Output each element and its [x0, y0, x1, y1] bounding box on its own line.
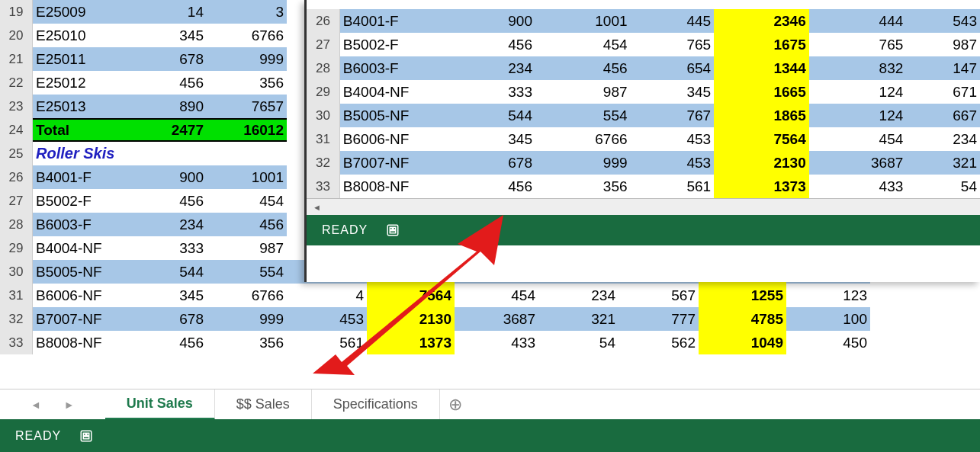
cell[interactable]: 765: [809, 33, 907, 56]
cell[interactable]: 234: [538, 284, 619, 307]
cell[interactable]: 333: [136, 236, 207, 260]
cell[interactable]: 765: [631, 33, 715, 56]
cell[interactable]: E25011: [33, 47, 136, 71]
row-header[interactable]: 30: [0, 260, 33, 284]
cell[interactable]: 667: [906, 104, 980, 127]
cell[interactable]: B5002-F: [33, 189, 136, 213]
cell[interactable]: E25010: [33, 24, 136, 47]
cell[interactable]: B4001-F: [340, 9, 452, 33]
cell[interactable]: 14: [136, 0, 207, 24]
cell-highlight[interactable]: 1344: [714, 56, 809, 80]
cell[interactable]: 6766: [535, 127, 631, 151]
cell[interactable]: 445: [631, 9, 715, 33]
cell[interactable]: B5002-F: [340, 33, 452, 56]
cell[interactable]: 562: [619, 331, 699, 354]
cell[interactable]: B4004-NF: [340, 80, 452, 104]
cell[interactable]: 433: [809, 175, 907, 198]
cell[interactable]: 124: [809, 80, 907, 104]
cell[interactable]: E25009: [33, 0, 136, 24]
row-header[interactable]: 20: [0, 24, 33, 47]
total-cell[interactable]: 2477: [136, 118, 207, 142]
cell[interactable]: B6006-NF: [340, 127, 452, 151]
cell-highlight[interactable]: 1373: [367, 331, 455, 354]
cell[interactable]: 4: [287, 284, 367, 307]
cell[interactable]: 456: [136, 71, 207, 95]
row-header[interactable]: 27: [307, 33, 340, 56]
table-row[interactable]: 32 B7007-NF 678 999 453 2130 3687 321 77…: [0, 307, 980, 331]
cell-highlight[interactable]: 4785: [699, 307, 786, 331]
macro-recording-icon[interactable]: [79, 429, 93, 443]
cell[interactable]: 671: [906, 80, 980, 104]
row-header[interactable]: 31: [0, 284, 33, 307]
cell[interactable]: B6006-NF: [33, 284, 136, 307]
cell[interactable]: 987: [906, 33, 980, 56]
sheet-nav-left-icon[interactable]: ◄: [31, 399, 41, 411]
cell[interactable]: E25013: [33, 95, 136, 118]
row-header[interactable]: 33: [0, 331, 33, 354]
cell[interactable]: 654: [631, 56, 715, 80]
cell[interactable]: 456: [136, 189, 207, 213]
table-row[interactable]: 31 B6006-NF 345 6766 4 7564 454 234 567 …: [0, 284, 980, 307]
macro-recording-icon[interactable]: [386, 223, 400, 237]
cell[interactable]: 321: [906, 151, 980, 175]
cell[interactable]: 7657: [207, 95, 287, 118]
section-title[interactable]: Roller Skis: [33, 142, 287, 165]
row-header[interactable]: 24: [0, 118, 33, 142]
cell-highlight[interactable]: 1665: [714, 80, 809, 104]
cell[interactable]: 561: [287, 331, 367, 354]
cell[interactable]: 832: [809, 56, 907, 80]
sheet-tab-specifications[interactable]: Specifications: [312, 389, 440, 420]
table-row[interactable]: 26B4001-F90010014452346444543: [307, 9, 980, 33]
cell-highlight[interactable]: 1049: [699, 331, 786, 354]
cell[interactable]: 444: [809, 9, 907, 33]
cell[interactable]: 544: [136, 260, 207, 284]
sheet-tab-unit-sales[interactable]: Unit Sales: [105, 389, 215, 420]
row-header[interactable]: 32: [0, 307, 33, 331]
cell[interactable]: B6003-F: [33, 213, 136, 236]
cell[interactable]: 345: [136, 284, 207, 307]
total-cell[interactable]: 16012: [207, 118, 287, 142]
cell[interactable]: 567: [619, 284, 699, 307]
row-header[interactable]: 29: [0, 236, 33, 260]
horizontal-scrollbar[interactable]: ◄: [307, 198, 980, 215]
cell[interactable]: 6766: [207, 24, 287, 47]
cell[interactable]: 234: [906, 127, 980, 151]
row-header[interactable]: 28: [0, 213, 33, 236]
cell[interactable]: B7007-NF: [340, 151, 452, 175]
cell[interactable]: 3687: [455, 307, 538, 331]
cell-highlight[interactable]: 2346: [714, 9, 809, 33]
cell[interactable]: 554: [535, 104, 631, 127]
cell[interactable]: 454: [455, 284, 538, 307]
cell[interactable]: 678: [136, 47, 207, 71]
cell[interactable]: 999: [207, 47, 287, 71]
row-header[interactable]: 28: [307, 56, 340, 80]
cell-highlight[interactable]: 1675: [714, 33, 809, 56]
row-header[interactable]: 33: [307, 175, 340, 198]
cell[interactable]: 453: [631, 151, 715, 175]
table-row[interactable]: 31B6006-NF34567664537564454234: [307, 127, 980, 151]
row-header[interactable]: 30: [307, 104, 340, 127]
cell[interactable]: 453: [287, 307, 367, 331]
cell[interactable]: 345: [136, 24, 207, 47]
cell[interactable]: 456: [451, 33, 535, 56]
cell[interactable]: 433: [455, 331, 538, 354]
cell[interactable]: B4001-F: [33, 165, 136, 189]
cell[interactable]: 900: [136, 165, 207, 189]
cell[interactable]: 456: [451, 175, 535, 198]
cell-highlight[interactable]: 1255: [699, 284, 786, 307]
cell[interactable]: 454: [207, 189, 287, 213]
cell[interactable]: B5005-NF: [340, 104, 452, 127]
cell[interactable]: E25012: [33, 71, 136, 95]
cell[interactable]: B4004-NF: [33, 236, 136, 260]
row-header[interactable]: 19: [0, 0, 33, 24]
row-header[interactable]: 29: [307, 80, 340, 104]
cell[interactable]: B7007-NF: [33, 307, 136, 331]
cell[interactable]: 54: [906, 175, 980, 198]
sheet-nav-right-icon[interactable]: ►: [64, 399, 75, 411]
cell[interactable]: 234: [136, 213, 207, 236]
cell-highlight[interactable]: 7564: [714, 127, 809, 151]
cell[interactable]: 54: [538, 331, 619, 354]
row-header[interactable]: 26: [307, 9, 340, 33]
cell[interactable]: 454: [535, 33, 631, 56]
cell[interactable]: 321: [538, 307, 619, 331]
